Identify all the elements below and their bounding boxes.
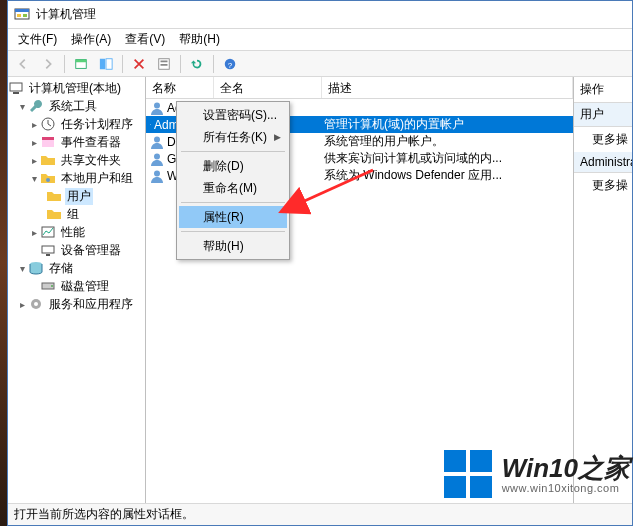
annotation-arrow [0,0,640,526]
svg-line-32 [300,170,373,203]
